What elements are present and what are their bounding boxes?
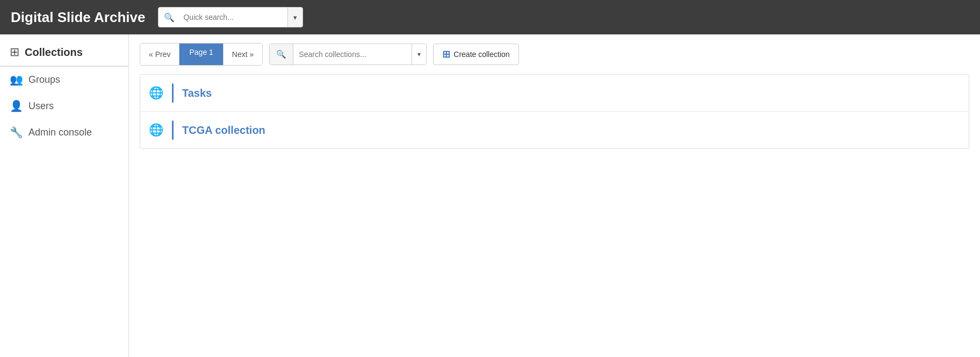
collection-item-tasks: 🌐 Tasks [140, 75, 969, 112]
sidebar: ⊞ Collections 👥 Groups 👤 Users 🔧 Admin c… [0, 34, 129, 357]
search-icon: 🔍 [164, 12, 175, 23]
sidebar-item-label: Users [28, 101, 54, 112]
sidebar-item-label: Groups [28, 74, 60, 85]
main-layout: ⊞ Collections 👥 Groups 👤 Users 🔧 Admin c… [0, 34, 980, 357]
prev-page-button[interactable]: « Prev [140, 44, 179, 65]
collection-link-tasks[interactable]: Tasks [182, 87, 212, 99]
current-page-indicator: Page 1 [179, 44, 222, 65]
main-content: « Prev Page 1 Next » 🔍 ▾ ⊞ Create collec [129, 34, 980, 357]
sidebar-item-label: Admin console [28, 127, 92, 138]
chevron-down-icon: ▾ [417, 51, 421, 58]
collections-search-input[interactable] [293, 44, 412, 65]
global-search-dropdown[interactable]: ▾ [287, 8, 302, 27]
pagination-group: « Prev Page 1 Next » [140, 43, 263, 66]
groups-icon: 👥 [10, 73, 23, 86]
wrench-icon: 🔧 [10, 126, 23, 139]
collection-link-tcga[interactable]: TCGA collection [182, 124, 265, 137]
sidebar-item-admin-console[interactable]: 🔧 Admin console [0, 119, 128, 146]
sidebar-item-label: Collections [25, 46, 83, 59]
create-collection-button[interactable]: ⊞ Create collection [433, 44, 518, 65]
collection-item-tcga: 🌐 TCGA collection [140, 112, 969, 148]
plus-icon: ⊞ [442, 48, 450, 60]
create-collection-label: Create collection [453, 50, 509, 59]
collection-accent-bar [172, 120, 174, 140]
global-search: 🔍 ▾ [158, 7, 303, 27]
globe-icon: 🌐 [149, 86, 163, 100]
sidebar-item-collections[interactable]: ⊞ Collections [0, 39, 128, 67]
collections-icon: ⊞ [10, 45, 19, 59]
chevron-down-icon: ▾ [293, 13, 297, 22]
global-search-input[interactable] [180, 8, 287, 27]
collections-search-icon-area: 🔍 [270, 44, 293, 65]
globe-icon: 🌐 [149, 123, 163, 137]
global-search-button[interactable]: 🔍 [158, 8, 180, 27]
users-icon: 👤 [10, 99, 23, 112]
sidebar-item-users[interactable]: 👤 Users [0, 93, 128, 119]
sidebar-item-groups[interactable]: 👥 Groups [0, 67, 128, 93]
app-header: Digital Slide Archive 🔍 ▾ [0, 0, 980, 34]
collections-search-dropdown[interactable]: ▾ [412, 44, 426, 65]
next-page-button[interactable]: Next » [224, 44, 262, 65]
collections-toolbar: « Prev Page 1 Next » 🔍 ▾ ⊞ Create collec [140, 43, 969, 66]
collections-search-group: 🔍 ▾ [269, 44, 427, 65]
search-icon: 🔍 [276, 49, 286, 59]
collections-list: 🌐 Tasks 🌐 TCGA collection [140, 74, 969, 149]
app-title: Digital Slide Archive [11, 9, 145, 26]
collection-accent-bar [172, 83, 174, 103]
